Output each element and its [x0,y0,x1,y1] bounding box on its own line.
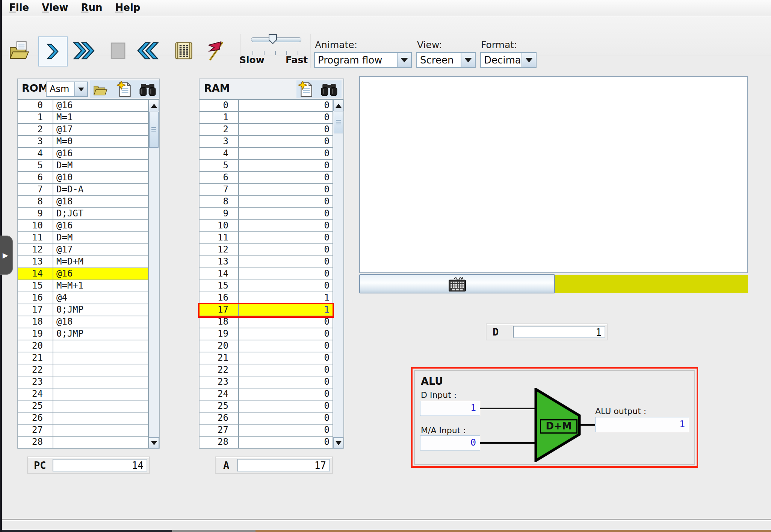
rom-load-button[interactable] [92,82,108,97]
side-drawer-handle[interactable]: ▶ [0,236,13,275]
ram-row[interactable]: 00 [200,100,333,112]
rom-row[interactable]: 2@17 [18,124,148,136]
rom-instruction-cell[interactable]: @17 [53,124,148,135]
rom-instruction-cell[interactable]: @18 [53,196,148,207]
rom-instruction-cell[interactable]: @17 [53,244,148,255]
a-value-field[interactable]: 17 [237,459,330,472]
ram-row[interactable]: 190 [200,328,333,340]
rom-instruction-cell[interactable]: M=1 [53,112,148,123]
rom-row[interactable]: 8@18 [18,196,148,208]
rom-instruction-cell[interactable]: M=0 [53,136,148,147]
ram-row[interactable]: 200 [200,340,333,352]
ram-scrollbar-thumb[interactable] [334,112,343,133]
ram-row[interactable]: 280 [200,437,333,449]
rom-row[interactable]: 13M=D+M [18,256,148,268]
rom-instruction-cell[interactable]: 0;JMP [53,328,148,340]
scroll-down-button[interactable] [333,437,343,449]
ram-value-cell[interactable]: 0 [239,220,333,231]
rom-instruction-cell[interactable] [53,364,148,376]
breakpoints-button[interactable] [202,36,230,65]
ram-row[interactable]: 100 [200,220,333,232]
ram-value-cell[interactable]: 1 [239,304,333,316]
run-button[interactable] [71,36,98,65]
ram-value-cell[interactable]: 0 [239,268,333,280]
rom-find-button[interactable] [139,82,156,97]
ram-row[interactable]: 260 [200,413,333,425]
scroll-down-button[interactable] [149,437,159,449]
rom-instruction-cell[interactable]: @4 [53,292,148,304]
scroll-up-button[interactable] [149,100,159,111]
menu-file[interactable]: File [4,1,36,15]
format-dropdown-button[interactable] [522,53,536,67]
ram-row[interactable]: 130 [200,256,333,268]
rom-row[interactable]: 5D=M [18,160,148,172]
rom-instruction-cell[interactable]: M=M+1 [53,280,148,292]
ram-row[interactable]: 171 [200,304,333,316]
ram-value-cell[interactable]: 0 [239,160,333,171]
ram-row[interactable]: 120 [200,244,333,256]
rom-instruction-cell[interactable]: M=D+M [53,256,148,268]
rom-row[interactable]: 16@4 [18,292,148,304]
program-button[interactable] [170,36,198,65]
ram-value-cell[interactable]: 0 [239,425,333,436]
rom-row[interactable]: 21 [18,352,148,364]
rom-instruction-cell[interactable] [53,401,148,412]
ram-row[interactable]: 30 [200,136,333,148]
rom-instruction-cell[interactable]: @16 [53,268,148,280]
ram-value-cell[interactable]: 0 [239,232,333,243]
ram-value-cell[interactable]: 0 [239,437,333,448]
ram-value-cell[interactable]: 0 [239,148,333,159]
ram-row[interactable]: 50 [200,160,333,172]
rom-scrollbar[interactable] [148,100,159,449]
menu-view[interactable]: View [36,1,76,15]
rom-row[interactable]: 20 [18,340,148,352]
animate-select[interactable]: Program flow [314,52,412,68]
rom-row[interactable]: 18@18 [18,316,148,328]
rom-row[interactable]: 11D=M [18,232,148,244]
rom-row[interactable]: 28 [18,437,148,449]
ram-row[interactable]: 70 [200,184,333,196]
rom-row[interactable]: 170;JMP [18,304,148,316]
ram-value-cell[interactable]: 0 [239,244,333,255]
ram-row[interactable]: 140 [200,268,333,280]
rom-instruction-cell[interactable]: @18 [53,316,148,328]
ram-value-cell[interactable]: 0 [239,328,333,340]
ram-value-cell[interactable]: 0 [239,112,333,123]
ram-row[interactable]: 180 [200,316,333,328]
rom-format-select[interactable]: Asm [46,82,88,97]
ram-row[interactable]: 20 [200,124,333,136]
view-dropdown-button[interactable] [461,53,475,67]
rom-instruction-cell[interactable] [53,340,148,352]
ram-value-cell[interactable]: 0 [239,136,333,147]
reset-button[interactable] [135,36,162,65]
rom-row[interactable]: 9D;JGT [18,208,148,220]
ram-value-cell[interactable]: 0 [239,376,333,388]
ram-find-button[interactable] [320,82,338,97]
scroll-up-button[interactable] [333,100,343,111]
rom-row[interactable]: 27 [18,425,148,437]
rom-instruction-cell[interactable] [53,388,148,400]
rom-instruction-cell[interactable]: @16 [53,220,148,231]
animate-dropdown-button[interactable] [397,53,411,67]
ram-value-cell[interactable]: 0 [239,401,333,412]
ram-row[interactable]: 60 [200,172,333,184]
rom-row[interactable]: 22 [18,364,148,376]
rom-instruction-cell[interactable]: @16 [53,148,148,159]
ram-value-cell[interactable]: 0 [239,196,333,207]
ram-value-cell[interactable]: 0 [239,340,333,352]
format-select[interactable]: Decimal [480,52,537,68]
ram-value-cell[interactable]: 0 [239,413,333,424]
rom-instruction-cell[interactable]: D=D-A [53,184,148,195]
ram-row[interactable]: 220 [200,364,333,376]
rom-instruction-cell[interactable] [53,437,148,448]
rom-instruction-cell[interactable]: D;JGT [53,208,148,219]
ram-row[interactable]: 10 [200,112,333,124]
ram-value-cell[interactable]: 0 [239,172,333,183]
rom-instruction-cell[interactable]: @10 [53,172,148,183]
rom-row[interactable]: 23 [18,376,148,388]
rom-instruction-cell[interactable]: D=M [53,232,148,243]
rom-row[interactable]: 25 [18,401,148,413]
ram-value-cell[interactable]: 0 [239,100,333,111]
rom-row[interactable]: 190;JMP [18,328,148,340]
view-select[interactable]: Screen [416,52,476,68]
